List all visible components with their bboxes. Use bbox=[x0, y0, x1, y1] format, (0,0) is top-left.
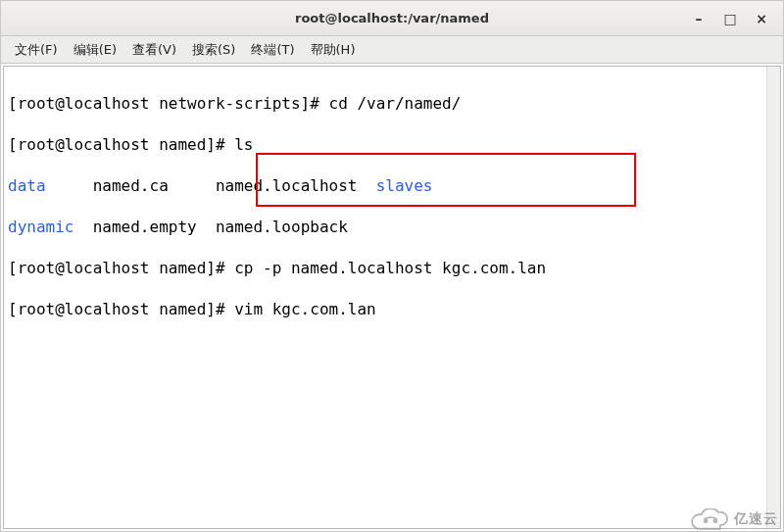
directory-entry: data bbox=[8, 176, 46, 195]
directory-entry: slaves bbox=[376, 176, 433, 195]
menu-file[interactable]: 文件(F) bbox=[7, 37, 66, 63]
terminal-line: [root@localhost named]# vim kgc.com.lan bbox=[8, 299, 776, 319]
window-maximize-button[interactable]: □ bbox=[714, 8, 746, 29]
menu-edit[interactable]: 编辑(E) bbox=[66, 37, 124, 63]
terminal-line: dynamic named.empty named.loopback bbox=[8, 217, 776, 237]
menu-view[interactable]: 查看(V) bbox=[124, 37, 184, 63]
window-control-group: – □ × bbox=[683, 1, 777, 35]
window-minimize-button[interactable]: – bbox=[683, 8, 714, 29]
terminal-line: [root@localhost named]# ls bbox=[8, 134, 776, 155]
watermark: 亿速云 bbox=[691, 508, 778, 530]
directory-entry: dynamic bbox=[8, 218, 74, 236]
menubar: 文件(F) 编辑(E) 查看(V) 搜索(S) 终端(T) 帮助(H) bbox=[1, 36, 783, 64]
terminal-line: data named.ca named.localhost slaves bbox=[8, 175, 776, 196]
terminal-line: [root@localhost network-scripts]# cd /va… bbox=[8, 93, 776, 114]
terminal-window: root@localhost:/var/named – □ × 文件(F) 编辑… bbox=[0, 0, 784, 532]
terminal-body[interactable]: [root@localhost network-scripts]# cd /va… bbox=[3, 66, 781, 529]
terminal-line: [root@localhost named]# cp -p named.loca… bbox=[8, 258, 776, 278]
cloud-icon bbox=[691, 508, 730, 530]
file-entry: named.loopback bbox=[216, 218, 348, 236]
window-close-button[interactable]: × bbox=[746, 8, 777, 29]
menu-search[interactable]: 搜索(S) bbox=[184, 37, 243, 63]
window-title: root@localhost:/var/named bbox=[295, 11, 489, 25]
file-entry: named.empty bbox=[93, 218, 197, 236]
file-entry: named.localhost bbox=[216, 176, 358, 195]
menu-terminal[interactable]: 终端(T) bbox=[243, 37, 302, 63]
watermark-text: 亿速云 bbox=[734, 510, 778, 528]
terminal-scrollbar[interactable] bbox=[766, 67, 780, 528]
menu-help[interactable]: 帮助(H) bbox=[303, 37, 364, 63]
file-entry: named.ca bbox=[93, 176, 169, 195]
titlebar[interactable]: root@localhost:/var/named – □ × bbox=[1, 1, 783, 36]
